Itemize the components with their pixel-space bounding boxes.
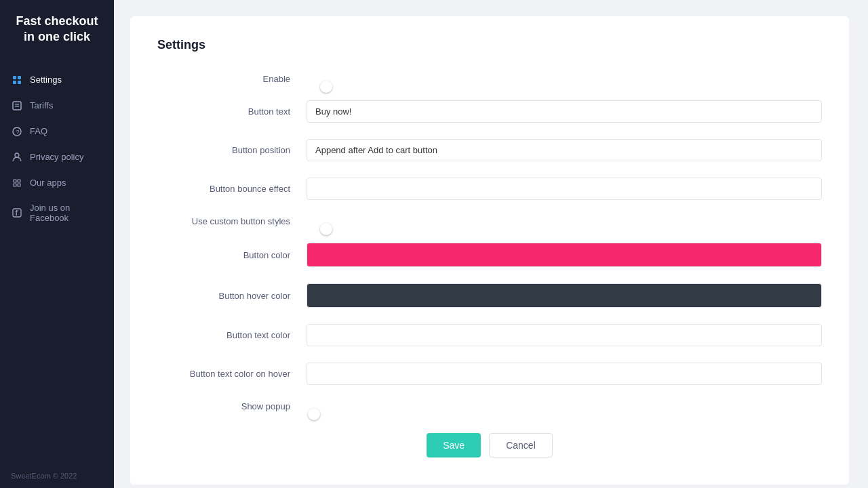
button-text-color-label: Button text color [157, 330, 307, 340]
button-text-hover-input[interactable] [307, 363, 822, 385]
action-buttons: Save Cancel [157, 433, 822, 458]
ourapps-icon [11, 177, 23, 189]
button-text-hover-label: Button text color on hover [157, 369, 307, 379]
button-text-color-control [307, 324, 822, 346]
svg-rect-1 [18, 76, 21, 79]
tariffs-icon [11, 100, 23, 112]
svg-rect-11 [18, 180, 20, 182]
svg-text:?: ? [16, 129, 20, 136]
button-color-row: Button color [157, 243, 822, 267]
sidebar-item-label: Settings [30, 75, 62, 85]
svg-point-9 [15, 153, 19, 157]
button-hover-color-swatch[interactable] [307, 283, 822, 308]
sidebar-item-ourapps[interactable]: Our apps [0, 170, 114, 196]
facebook-icon: f [11, 207, 23, 219]
button-position-input[interactable] [307, 139, 822, 161]
privacy-icon [11, 151, 23, 163]
toggle-thumb [320, 81, 332, 93]
sidebar-nav: Settings Tariffs ? FAQ [0, 59, 114, 464]
sidebar-item-faq[interactable]: ? FAQ [0, 119, 114, 144]
button-hover-color-row: Button hover color [157, 283, 822, 308]
sidebar-item-label: Privacy policy [30, 152, 83, 162]
button-text-control [307, 100, 822, 123]
button-position-row: Button position [157, 139, 822, 161]
enable-row: Enable [157, 74, 822, 84]
enable-label: Enable [157, 74, 307, 84]
svg-rect-2 [13, 81, 16, 84]
settings-icon [11, 74, 23, 86]
svg-rect-12 [14, 184, 16, 186]
cancel-button[interactable]: Cancel [489, 433, 553, 458]
show-popup-row: Show popup [157, 401, 822, 411]
button-text-row: Button text [157, 100, 822, 123]
sidebar: Fast checkout in one click Settings [0, 0, 114, 488]
svg-rect-3 [18, 81, 21, 84]
settings-card: Settings Enable Button text Button posit… [130, 16, 849, 485]
button-text-hover-control [307, 363, 822, 385]
show-popup-label: Show popup [157, 401, 307, 411]
button-bounce-control [307, 178, 822, 200]
svg-rect-0 [13, 76, 16, 79]
svg-text:f: f [16, 209, 18, 217]
page-title: Settings [157, 38, 822, 52]
custom-styles-row: Use custom button styles [157, 216, 822, 226]
sidebar-item-privacy[interactable]: Privacy policy [0, 144, 114, 170]
toggle-thumb [320, 223, 332, 235]
button-text-input[interactable] [307, 100, 822, 123]
custom-styles-label: Use custom button styles [157, 216, 307, 226]
sidebar-item-label: Join us on Facebook [30, 203, 103, 223]
button-text-color-row: Button text color [157, 324, 822, 346]
button-text-label: Button text [157, 106, 307, 117]
sidebar-item-tariffs[interactable]: Tariffs [0, 93, 114, 119]
svg-rect-4 [13, 102, 21, 110]
sidebar-item-label: Tariffs [30, 100, 53, 110]
button-position-control [307, 139, 822, 161]
button-bounce-label: Button bounce effect [157, 184, 307, 194]
button-hover-color-control [307, 283, 822, 308]
footer-copyright: SweetEcom © 2022 [0, 464, 114, 488]
svg-rect-13 [18, 184, 20, 186]
button-color-swatch[interactable] [307, 243, 822, 267]
toggle-thumb [308, 408, 320, 420]
app-logo: Fast checkout in one click [0, 0, 114, 59]
sidebar-item-settings[interactable]: Settings [0, 67, 114, 93]
faq-icon: ? [11, 125, 23, 138]
sidebar-item-label: FAQ [30, 126, 47, 136]
button-bounce-row: Button bounce effect [157, 178, 822, 200]
button-color-control [307, 243, 822, 267]
button-text-hover-row: Button text color on hover [157, 363, 822, 385]
button-hover-color-label: Button hover color [157, 291, 307, 301]
sidebar-item-label: Our apps [30, 178, 66, 188]
button-color-label: Button color [157, 250, 307, 260]
button-position-label: Button position [157, 145, 307, 155]
button-bounce-input[interactable] [307, 178, 822, 200]
save-button[interactable]: Save [427, 433, 481, 458]
svg-rect-10 [14, 180, 16, 182]
main-content: Settings Enable Button text Button posit… [114, 0, 868, 488]
button-text-color-input[interactable] [307, 324, 822, 346]
sidebar-item-facebook[interactable]: f Join us on Facebook [0, 196, 114, 230]
